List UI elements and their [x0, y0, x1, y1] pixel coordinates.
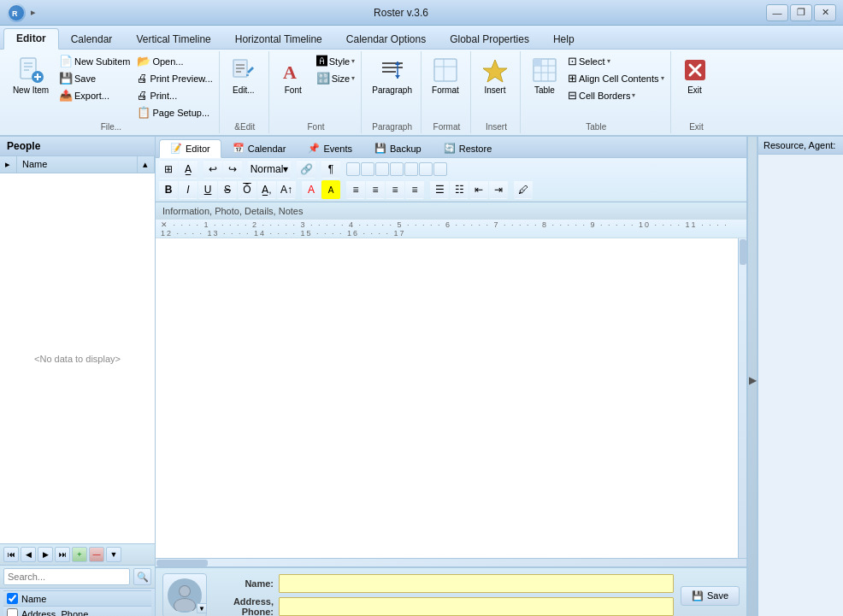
- people-col-name[interactable]: Name: [17, 156, 138, 173]
- tab-vertical-timeline[interactable]: Vertical Timeline: [124, 30, 222, 50]
- tab-editor[interactable]: Editor: [3, 28, 59, 50]
- font-highlight-red[interactable]: A: [302, 180, 321, 199]
- table-options-col: ⊡ Select ▾ ⊞ Align Cell Contents ▾ ⊟ Cel…: [565, 53, 667, 120]
- edit-button[interactable]: Edit...: [225, 53, 262, 120]
- right-panel-collapse-button[interactable]: ▶: [747, 137, 758, 616]
- italic-button[interactable]: I: [179, 180, 197, 199]
- align-cell-button[interactable]: ⊞ Align Cell Contents ▾: [565, 70, 667, 86]
- paragraph-button[interactable]: Paragraph: [367, 53, 417, 120]
- tab-calendar[interactable]: Calendar: [59, 30, 125, 50]
- nav-remove-button[interactable]: —: [89, 547, 104, 562]
- toolbar-layout-3[interactable]: [375, 162, 389, 176]
- clear-format-btn[interactable]: 🖊: [514, 180, 533, 199]
- save-form-button[interactable]: 💾 Save: [681, 586, 740, 606]
- editor-hscrollbar[interactable]: [156, 558, 746, 566]
- open-button[interactable]: 📂 Open...: [134, 53, 215, 69]
- format-icon: [432, 56, 459, 84]
- toolbar-undo-icon[interactable]: ↩: [203, 160, 222, 179]
- tab-restore-inner[interactable]: 🔄 Restore: [433, 139, 504, 158]
- address-checkbox[interactable]: [7, 608, 18, 616]
- bold-button[interactable]: B: [159, 180, 178, 199]
- nav-first-button[interactable]: ⏮: [3, 547, 19, 562]
- print-preview-button[interactable]: 🖨 Print Preview...: [134, 70, 215, 86]
- overline-button[interactable]: Ō: [238, 180, 256, 199]
- bullet-list-btn[interactable]: ☰: [430, 180, 449, 199]
- restore-button[interactable]: ❐: [790, 4, 812, 21]
- align-left-btn[interactable]: ≡: [346, 180, 365, 199]
- toolbar-pilcrow-icon[interactable]: ¶: [321, 160, 340, 179]
- numbered-list-btn[interactable]: ☷: [450, 180, 469, 199]
- exit-button[interactable]: Exit: [676, 53, 714, 120]
- toolbar-text-icon[interactable]: A̲: [179, 160, 197, 179]
- tab-help[interactable]: Help: [541, 30, 587, 50]
- export-button[interactable]: 📤 Export...: [56, 87, 133, 103]
- editor-hscrollbar-thumb[interactable]: [156, 560, 208, 566]
- cell-borders-button[interactable]: ⊟ Cell Borders ▾: [565, 87, 667, 103]
- format-label: Format: [432, 85, 459, 95]
- toolbar-layout-1[interactable]: [346, 162, 360, 176]
- edit-label: Edit...: [233, 85, 255, 95]
- table-group-label: Table: [526, 120, 667, 132]
- font-color-button[interactable]: A̲,: [257, 180, 276, 199]
- tab-calendar-options[interactable]: Calendar Options: [334, 30, 438, 50]
- insert-button[interactable]: Insert: [476, 53, 514, 120]
- editor-scrollbar-thumb[interactable]: [740, 239, 746, 265]
- close-button[interactable]: ✕: [814, 4, 836, 21]
- tab-calendar-inner[interactable]: 📅 Calendar: [221, 139, 298, 158]
- toolbar-grid-icon[interactable]: ⊞: [159, 160, 178, 179]
- select-button[interactable]: ⊡ Select ▾: [565, 53, 667, 69]
- nav-add-button[interactable]: +: [72, 547, 87, 562]
- align-justify-btn[interactable]: ≡: [405, 180, 424, 199]
- toolbar-layout-4[interactable]: [390, 162, 404, 176]
- indent-decrease-btn[interactable]: ⇤: [469, 180, 488, 199]
- nav-next-button[interactable]: ▶: [38, 547, 53, 562]
- minimize-button[interactable]: —: [766, 4, 788, 21]
- search-button[interactable]: 🔍: [133, 568, 151, 585]
- save-button[interactable]: 💾 Save: [56, 70, 133, 86]
- new-subitem-icon: 📄: [59, 55, 73, 67]
- toolbar-layout-5[interactable]: [404, 162, 418, 176]
- new-subitem-button[interactable]: 📄 New Subitem: [56, 53, 133, 69]
- search-input[interactable]: [3, 568, 130, 585]
- toolbar-layout-6[interactable]: [419, 162, 433, 176]
- align-center-btn[interactable]: ≡: [366, 180, 385, 199]
- name-form-input[interactable]: [279, 574, 674, 593]
- style-button[interactable]: 🅰 Style ▾: [314, 53, 357, 69]
- tab-horizontal-timeline[interactable]: Horizontal Timeline: [223, 30, 334, 50]
- print-button[interactable]: 🖨 Print...: [134, 87, 215, 103]
- address-form-input[interactable]: [279, 597, 674, 616]
- editor-scrollbar[interactable]: [738, 238, 746, 558]
- page-setup-button[interactable]: 📋 Page Setup...: [134, 104, 215, 120]
- new-item-button[interactable]: New Item: [7, 53, 55, 120]
- people-col-sort[interactable]: ▴: [138, 156, 155, 173]
- editor-content[interactable]: [156, 238, 738, 558]
- strikethrough-button[interactable]: S: [218, 180, 237, 199]
- font-size-up[interactable]: A↑: [277, 180, 296, 199]
- tab-backup-inner[interactable]: 💾 Backup: [363, 139, 433, 158]
- format-button[interactable]: Format: [427, 53, 464, 120]
- tab-editor-inner[interactable]: 📝 Editor: [159, 139, 221, 158]
- size-button[interactable]: 🔡 Size ▾: [314, 70, 357, 86]
- address-checkbox-row: Address, Phone: [3, 606, 151, 616]
- indent-increase-btn[interactable]: ⇥: [489, 180, 508, 199]
- tab-events-inner[interactable]: 📌 Events: [297, 139, 363, 158]
- nav-prev-button[interactable]: ◀: [21, 547, 36, 562]
- font-highlight[interactable]: A: [321, 180, 340, 199]
- svg-rect-30: [534, 59, 541, 66]
- underline-button[interactable]: U: [198, 180, 217, 199]
- toolbar-link-icon[interactable]: 🔗: [297, 160, 315, 179]
- font-options-col: 🅰 Style ▾ 🔡 Size ▾: [314, 53, 357, 120]
- align-right-btn[interactable]: ≡: [386, 180, 404, 199]
- toolbar-layout-7[interactable]: [433, 162, 447, 176]
- toolbar-format-select[interactable]: Normal▾: [248, 160, 291, 179]
- size-icon: 🔡: [316, 72, 330, 85]
- tab-global-properties[interactable]: Global Properties: [438, 30, 541, 50]
- toolbar-redo-icon[interactable]: ↪: [223, 160, 242, 179]
- table-button[interactable]: Table: [526, 53, 563, 120]
- avatar-dropdown-button[interactable]: ▼: [197, 603, 207, 613]
- nav-last-button[interactable]: ⏭: [55, 547, 70, 562]
- font-button[interactable]: A Font: [274, 53, 312, 120]
- nav-down-button[interactable]: ▼: [106, 547, 121, 562]
- toolbar-layout-2[interactable]: [361, 162, 374, 176]
- name-checkbox[interactable]: [7, 593, 18, 604]
